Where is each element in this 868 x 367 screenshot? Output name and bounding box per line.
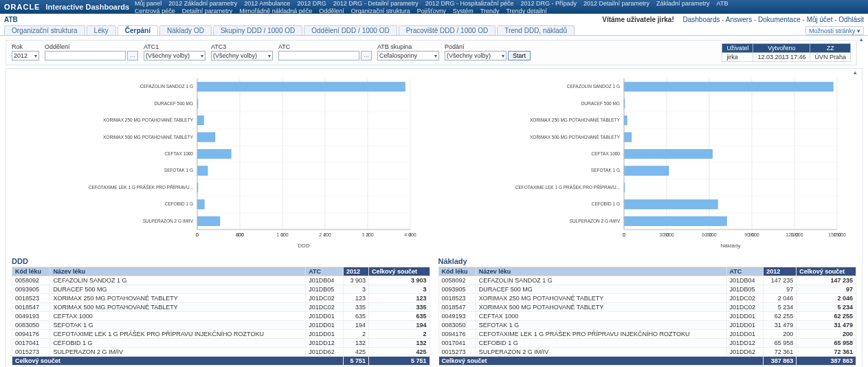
svg-text:90 000: 90 000: [744, 232, 759, 237]
rok-select[interactable]: 2012▾: [12, 51, 39, 60]
chart-ddd: 0080080021 60022 40033 20044 000CEFAZOLI…: [12, 71, 430, 250]
collapse-icon[interactable]: ▴: [857, 36, 865, 43]
svg-rect-108: [624, 216, 727, 225]
table-row[interactable]: 0015273SULPERAZON 2 G IM/IVJ01DD62425425: [12, 348, 430, 357]
table-row[interactable]: 0018523XORIMAX 250 MG POTAHOVANÉ TABLETY…: [438, 294, 856, 303]
header-link[interactable]: Answers: [726, 16, 752, 23]
table-row[interactable]: 0083050SEFOTAK 1 GJ01DD01194194: [12, 321, 430, 330]
table-row[interactable]: 0018547XORIMAX 500 MG POTAHOVANÉ TABLETY…: [438, 303, 856, 312]
nav-link[interactable]: 2012 DRG: [297, 0, 326, 7]
nav-link[interactable]: Organizační struktura: [351, 8, 410, 14]
nav-link[interactable]: Trendy: [480, 8, 500, 14]
infocell-user: jirka: [722, 53, 753, 62]
tab[interactable]: Pracoviště DDD / 1000 OD: [399, 25, 496, 35]
nav-link[interactable]: Základní parametry: [656, 0, 710, 7]
table-row[interactable]: 0017041CEFOBID 1 GJ01DD1265 95865 958: [438, 339, 856, 348]
table-row[interactable]: 0049193CEFTAX 1000J01DD0162 25562 255: [438, 312, 856, 321]
nav-link[interactable]: 2012 Základní parametry: [168, 0, 237, 7]
filter-podani: Podání (Všechny volby)▾ Start: [445, 43, 531, 60]
oddeleni-browse-icon[interactable]: …: [127, 51, 138, 60]
tab[interactable]: Oddělení DDD / 1000 OD: [304, 25, 397, 35]
col-atc[interactable]: ATC: [726, 267, 764, 276]
logo: ORACLE: [4, 3, 40, 11]
nav-link[interactable]: 2012 DRG - Detailní parametry: [333, 0, 419, 7]
table-row[interactable]: 0093905DURACEF 500 MGJ01DB059797: [438, 285, 856, 294]
nav-link[interactable]: Můj panel: [135, 0, 162, 7]
content-collapse-icon[interactable]: ▴: [851, 69, 859, 76]
col-total[interactable]: Celkový součet: [369, 267, 430, 276]
col-kod[interactable]: Kód léku: [12, 267, 50, 276]
table-row[interactable]: 0094176CEFOTAXIME LEK 1 G PRÁŠEK PRO PŘÍ…: [438, 330, 856, 339]
svg-text:CEFOBID 1 G: CEFOBID 1 G: [591, 201, 619, 206]
tab[interactable]: Trend DDD, nákladů: [497, 25, 575, 35]
atc3-select[interactable]: (Všechny volby)▾: [211, 51, 273, 60]
nav-link[interactable]: Pojišťovny: [417, 8, 446, 14]
nav-link[interactable]: Trendy detailní: [506, 8, 546, 14]
content: ▴ 0080080021 60022 40033 20044 000CEFAZO…: [5, 68, 863, 367]
header-right: Vítáme uživatele jirka! Dashboards - Ans…: [602, 16, 864, 23]
table-row[interactable]: 0058092CEFAZOLIN SANDOZ 1 GJ01DB04147 23…: [438, 276, 856, 285]
oddeleni-input[interactable]: [45, 51, 126, 60]
table-row[interactable]: 0017041CEFOBID 1 GJ01DD12132132: [12, 339, 430, 348]
tab[interactable]: Organizační struktura: [4, 25, 85, 35]
col-nazev[interactable]: Název léku: [476, 267, 726, 276]
filter-atc1-label: ATC1: [144, 43, 205, 50]
infocell-created: 12.03.2013 17:46: [753, 53, 810, 62]
nav-link[interactable]: Centrová péče: [135, 8, 175, 14]
tab[interactable]: Léky: [87, 25, 116, 35]
nav-link[interactable]: ATB: [717, 0, 728, 7]
table-row[interactable]: 0049193CEFTAX 1000J01DD01635635: [12, 312, 430, 321]
nav-link[interactable]: 2012 DRG - Hospitalizační péče: [425, 0, 514, 7]
table-row[interactable]: 0018547XORIMAX 500 MG POTAHOVANÉ TABLETY…: [12, 303, 430, 312]
section-title-naklady: Náklady: [438, 257, 857, 265]
table-row[interactable]: 0083050SEFOTAK 1 GJ01DD0131 47931 479: [438, 321, 856, 330]
atc-input[interactable]: [278, 51, 359, 60]
start-button[interactable]: Start: [508, 51, 531, 60]
nav-link[interactable]: 2012 DRG - Případy: [520, 0, 577, 7]
svg-text:SULPERAZON 2 G IM/IV: SULPERAZON 2 G IM/IV: [569, 219, 620, 223]
table-row[interactable]: 0093905DURACEF 500 MGJ01DB0533: [12, 285, 430, 294]
col-nazev[interactable]: Název léku: [50, 267, 306, 276]
infohdr-created: Vytvořeno: [753, 44, 810, 53]
nav-link[interactable]: Mimořádně nákladná péče: [239, 8, 312, 14]
tab[interactable]: Skupiny DDD / 1000 OD: [213, 25, 302, 35]
svg-rect-92: [624, 149, 713, 158]
nav-link[interactable]: 2012 Detailní parametry: [583, 0, 649, 7]
table-ddd: Kód lékuNázev lékuATC2012Celkový součet0…: [12, 267, 430, 366]
col-total[interactable]: Celkový součet: [797, 267, 856, 276]
welcome-text: Vítáme uživatele jirka!: [602, 16, 674, 23]
podani-select[interactable]: (Všechny volby)▾: [445, 51, 507, 60]
col-atc[interactable]: ATC: [306, 267, 344, 276]
col-year[interactable]: 2012: [764, 267, 797, 276]
col-kod[interactable]: Kód léku: [438, 267, 476, 276]
tab[interactable]: Náklady OD: [159, 25, 212, 35]
nav-link[interactable]: Oddělení: [319, 8, 344, 14]
svg-text:4 000: 4 000: [404, 232, 416, 237]
tab[interactable]: Čerpání: [118, 25, 158, 35]
nav-link[interactable]: Systém: [453, 8, 474, 14]
atb-skupina-select[interactable]: Cefalosporiny▾: [377, 51, 439, 60]
table-row[interactable]: 0018523XORIMAX 250 MG POTAHOVANÉ TABLETY…: [12, 294, 430, 303]
table-naklady: Kód lékuNázev lékuATC2012Celkový součet0…: [438, 267, 857, 366]
svg-text:CEFAZOLIN SANDOZ 1 G: CEFAZOLIN SANDOZ 1 G: [140, 84, 193, 89]
header-link[interactable]: Odhlásit: [838, 16, 864, 23]
svg-text:800: 800: [236, 232, 244, 237]
col-year[interactable]: 2012: [343, 267, 368, 276]
nav-link[interactable]: Detailní parametry: [182, 8, 233, 14]
table-row[interactable]: 0094176CEFOTAXIME LEK 1 G PRÁŠEK PRO PŘÍ…: [12, 330, 430, 339]
svg-text:SULPERAZON 2 G IM/IV: SULPERAZON 2 G IM/IV: [143, 219, 194, 223]
header-link[interactable]: Dashboards: [683, 16, 720, 23]
svg-rect-27: [197, 115, 204, 124]
subheader: ATB Vítáme uživatele jirka! Dashboards -…: [0, 14, 868, 25]
nav-link[interactable]: 2012 Ambulance: [244, 0, 290, 7]
svg-rect-96: [624, 166, 669, 175]
page-options-menu[interactable]: Možnosti stránky ▾: [805, 26, 864, 35]
filter-bar: Rok 2012▾ Oddělení … ATC1 (Všechny volby…: [5, 40, 857, 65]
header-link[interactable]: Dokumentace: [758, 16, 801, 23]
table-row[interactable]: 0058092CEFAZOLIN SANDOZ 1 GJ01DB043 9033…: [12, 276, 430, 285]
filter-atc1: ATC1 (Všechny volby)▾: [144, 43, 205, 60]
header-link[interactable]: Můj účet: [807, 16, 833, 23]
table-row[interactable]: 0015273SULPERAZON 2 G IM/IVJ01DD6272 361…: [438, 348, 856, 357]
atc1-select[interactable]: (Všechny volby)▾: [144, 51, 205, 60]
atc-browse-icon[interactable]: …: [361, 51, 372, 60]
